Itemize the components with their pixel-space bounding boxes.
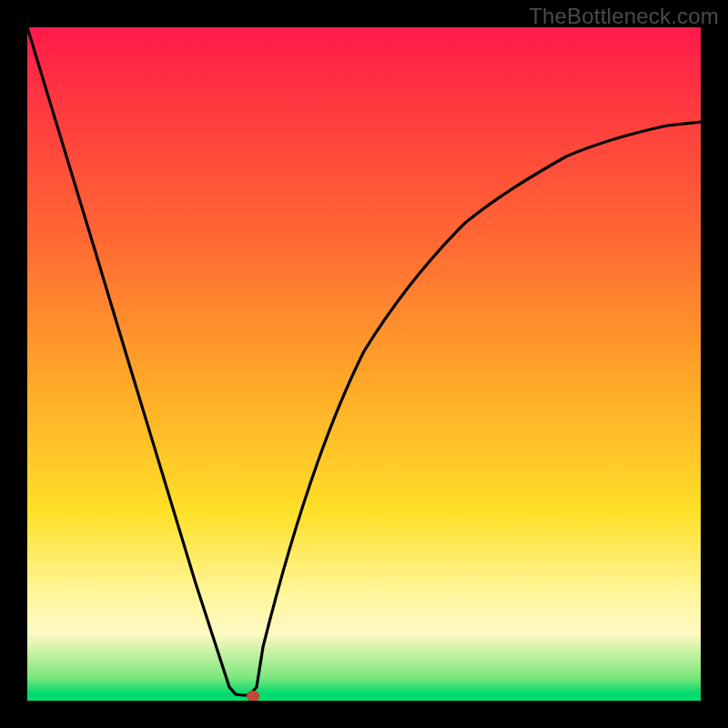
curve-path: [27, 27, 701, 695]
bottleneck-curve: [27, 27, 701, 701]
chart-frame: TheBottleneck.com: [0, 0, 728, 728]
plot-area: [27, 27, 701, 701]
watermark-text: TheBottleneck.com: [529, 4, 719, 29]
optimal-point-marker: [247, 691, 259, 701]
